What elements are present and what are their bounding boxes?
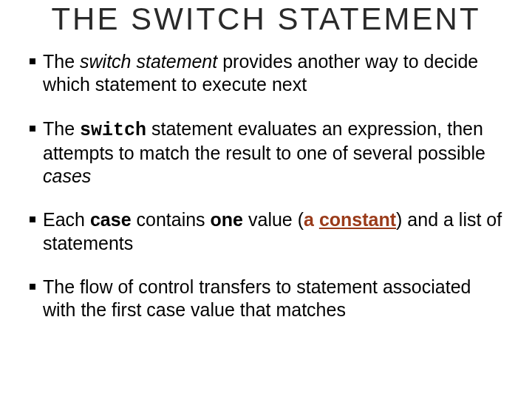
bullet-2: The switch statement evaluates an expres…: [33, 117, 508, 188]
b3-a: a: [304, 209, 319, 230]
b3-val: value (: [243, 209, 304, 230]
bullet-4: The flow of control transfers to stateme…: [33, 276, 508, 322]
b4-text: The flow of control transfers to stateme…: [43, 276, 471, 320]
b3-case: case: [90, 209, 132, 230]
page-title: THE SWITCH STATEMENT: [0, 1, 532, 37]
b3-one: one: [211, 209, 243, 230]
b3-constant: constant: [319, 209, 396, 230]
b3-text-a: Each: [43, 209, 90, 230]
b2-switch: switch: [80, 120, 146, 141]
slide-body: The switch statement provides another wa…: [0, 50, 532, 321]
b1-text-a: The: [43, 51, 80, 72]
bullet-1: The switch statement provides another wa…: [33, 50, 508, 97]
b2-text-a: The: [43, 118, 80, 139]
b1-statement: statement: [132, 51, 218, 72]
b2-cases: cases: [43, 166, 91, 186]
bullet-3: Each case contains one value (a constant…: [33, 208, 508, 255]
b3-mid: contains: [132, 209, 211, 230]
b1-switch: switch: [80, 51, 131, 72]
